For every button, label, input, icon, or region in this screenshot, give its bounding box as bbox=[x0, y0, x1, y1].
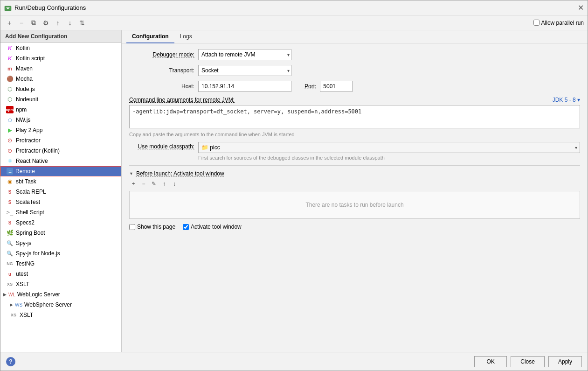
sort-button[interactable]: ⇅ bbox=[77, 18, 87, 28]
sidebar-item-xslt[interactable]: XS XSLT bbox=[0, 279, 121, 289]
tabs-bar: Configuration Logs bbox=[122, 30, 588, 43]
nodeunit-icon: ⬡ bbox=[6, 96, 14, 103]
sidebar-item-nwjs[interactable]: ⬡ NW.js bbox=[0, 115, 121, 125]
before-launch-remove-button[interactable]: − bbox=[139, 180, 148, 188]
sidebar-item-testng[interactable]: NG TestNG bbox=[0, 259, 121, 269]
sidebar-item-shell-script[interactable]: >_ Shell Script bbox=[0, 207, 121, 217]
sidebar-item-label: Node.js bbox=[16, 86, 35, 92]
cmd-textarea[interactable]: -agentlib:jdwp=transport=dt_socket, serv… bbox=[129, 105, 580, 128]
close-footer-button[interactable]: Close bbox=[511, 356, 545, 367]
activate-window-group: Activate tool window bbox=[183, 224, 242, 230]
debugger-mode-select[interactable]: Attach to remote JVM Listen to remote JV… bbox=[198, 49, 291, 60]
config-content: Debugger mode: Attach to remote JVM List… bbox=[122, 43, 588, 352]
host-input[interactable] bbox=[198, 81, 291, 92]
sidebar-group-websphere[interactable]: ▶ WS WebSphere Server bbox=[0, 300, 121, 310]
sidebar-item-label: Remote bbox=[15, 168, 35, 175]
host-label: Host: bbox=[129, 83, 194, 90]
help-button[interactable]: ? bbox=[6, 357, 15, 366]
sidebar-item-react-native[interactable]: ⚛ React Native bbox=[0, 156, 121, 166]
activate-window-checkbox[interactable] bbox=[183, 224, 189, 230]
before-launch-label: Before launch: Activate tool window bbox=[136, 170, 224, 177]
main-dialog: Run/Debug Configurations ✕ + − ⧉ ⚙ ↑ ↓ ⇅… bbox=[0, 0, 588, 371]
sidebar-item-sbt-task[interactable]: ◉ sbt Task bbox=[0, 176, 121, 187]
bottom-options: Show this page Activate tool window bbox=[129, 224, 580, 230]
allow-parallel-label: Allow parallel run bbox=[541, 20, 584, 26]
copy-config-button[interactable]: ⧉ bbox=[28, 18, 39, 28]
before-launch-collapse-icon[interactable]: ▼ bbox=[129, 171, 133, 176]
kotlin-script-icon: K bbox=[6, 55, 14, 62]
sidebar-item-protractor[interactable]: ⊙ Protractor bbox=[0, 135, 121, 146]
show-page-checkbox[interactable] bbox=[129, 224, 135, 230]
sidebar-item-spy-js[interactable]: 🔍 Spy-js bbox=[0, 238, 121, 248]
transport-select-wrapper: Socket Shared memory bbox=[198, 65, 291, 76]
apply-button[interactable]: Apply bbox=[548, 356, 582, 367]
xslt-bottom-icon: XS bbox=[10, 311, 17, 319]
sidebar-item-remote[interactable]: ☰ Remote bbox=[0, 166, 121, 176]
section-divider bbox=[129, 165, 580, 166]
sidebar-item-label: NW.js bbox=[16, 117, 30, 123]
sidebar-item-label: utest bbox=[16, 271, 28, 277]
dialog-title: Run/Debug Configurations bbox=[14, 4, 86, 11]
move-down-button[interactable]: ↓ bbox=[65, 18, 75, 28]
sidebar-group-weblogic[interactable]: ▶ WL WebLogic Server bbox=[0, 289, 121, 300]
host-port-row: Host: Port: bbox=[129, 81, 580, 92]
sidebar-item-maven[interactable]: m Maven bbox=[0, 63, 121, 74]
spy-js-icon: 🔍 bbox=[6, 239, 14, 247]
sidebar-item-utest[interactable]: u utest bbox=[0, 269, 121, 279]
before-launch-header: ▼ Before launch: Activate tool window bbox=[129, 170, 580, 177]
xslt-icon: XS bbox=[6, 280, 14, 288]
move-up-button[interactable]: ↑ bbox=[53, 18, 63, 28]
title-bar: Run/Debug Configurations ✕ bbox=[0, 0, 588, 15]
sidebar-item-spy-js-node[interactable]: 🔍 Spy-js for Node.js bbox=[0, 248, 121, 259]
cmd-label-row: Command line arguments for remote JVM: J… bbox=[129, 97, 580, 103]
spy-js-node-icon: 🔍 bbox=[6, 250, 14, 257]
sidebar-item-scala-repl[interactable]: S Scala REPL bbox=[0, 187, 121, 197]
ok-button[interactable]: OK bbox=[474, 356, 507, 367]
sidebar-item-label: Protractor (Kotlin) bbox=[16, 147, 60, 154]
sidebar-item-spring-boot[interactable]: 🌿 Spring Boot bbox=[0, 228, 121, 238]
tab-logs[interactable]: Logs bbox=[174, 30, 198, 43]
classpath-label: Use module classpath: bbox=[129, 142, 194, 150]
sidebar-item-nodejs[interactable]: ⬡ Node.js bbox=[0, 84, 121, 94]
play2-icon: ▶ bbox=[6, 126, 14, 134]
sidebar-item-label: XSLT bbox=[20, 312, 33, 318]
transport-select[interactable]: Socket Shared memory bbox=[198, 65, 291, 76]
utest-icon: u bbox=[6, 270, 14, 278]
footer-left: ? bbox=[6, 357, 15, 366]
sidebar-header: Add New Configuration bbox=[0, 30, 121, 43]
before-launch-edit-button[interactable]: ✎ bbox=[150, 180, 158, 188]
sidebar-item-play2[interactable]: ▶ Play 2 App bbox=[0, 125, 121, 135]
sidebar-item-mocha[interactable]: 🟤 Mocha bbox=[0, 74, 121, 84]
testng-icon: NG bbox=[6, 260, 14, 267]
settings-button[interactable]: ⚙ bbox=[41, 18, 51, 28]
sidebar-item-npm[interactable]: npm npm bbox=[0, 105, 121, 115]
debugger-mode-select-wrapper: Attach to remote JVM Listen to remote JV… bbox=[198, 49, 291, 60]
sidebar-item-kotlin-script[interactable]: K Kotlin script bbox=[0, 53, 121, 63]
add-config-button[interactable]: + bbox=[4, 18, 14, 28]
jdk-link[interactable]: JDK 5 - 8 ▾ bbox=[553, 97, 580, 103]
mocha-icon: 🟤 bbox=[6, 75, 14, 83]
before-launch-add-button[interactable]: + bbox=[129, 180, 138, 188]
nodejs-icon: ⬡ bbox=[6, 85, 14, 93]
nwjs-icon: ⬡ bbox=[6, 116, 14, 124]
sidebar-item-nodeunit[interactable]: ⬡ Nodeunit bbox=[0, 94, 121, 105]
close-button[interactable]: ✕ bbox=[578, 4, 584, 12]
tab-configuration[interactable]: Configuration bbox=[126, 30, 174, 43]
allow-parallel-checkbox[interactable] bbox=[533, 20, 540, 26]
classpath-row: Use module classpath: 📁 picc bbox=[129, 142, 580, 153]
classpath-select[interactable]: 📁 picc bbox=[198, 142, 580, 153]
sidebar-item-protractor-kotlin[interactable]: ⊙ Protractor (Kotlin) bbox=[0, 146, 121, 156]
cmd-label: Command line arguments for remote JVM: bbox=[129, 97, 235, 103]
before-launch-up-button[interactable]: ↑ bbox=[160, 180, 168, 188]
debugger-mode-row: Debugger mode: Attach to remote JVM List… bbox=[129, 49, 580, 60]
sidebar-item-kotlin[interactable]: K Kotlin bbox=[0, 43, 121, 53]
scala-repl-icon: S bbox=[6, 188, 14, 196]
sidebar-item-label: Specs2 bbox=[16, 219, 35, 226]
remove-config-button[interactable]: − bbox=[16, 18, 27, 28]
sidebar-item-scalatest[interactable]: S ScalaTest bbox=[0, 197, 121, 207]
sidebar-item-specs2[interactable]: S Specs2 bbox=[0, 217, 121, 228]
port-input[interactable] bbox=[320, 81, 353, 92]
before-launch-down-button[interactable]: ↓ bbox=[170, 180, 179, 188]
websphere-icon: WS bbox=[15, 302, 22, 308]
sidebar-item-xslt-bottom[interactable]: XS XSLT bbox=[0, 310, 121, 320]
